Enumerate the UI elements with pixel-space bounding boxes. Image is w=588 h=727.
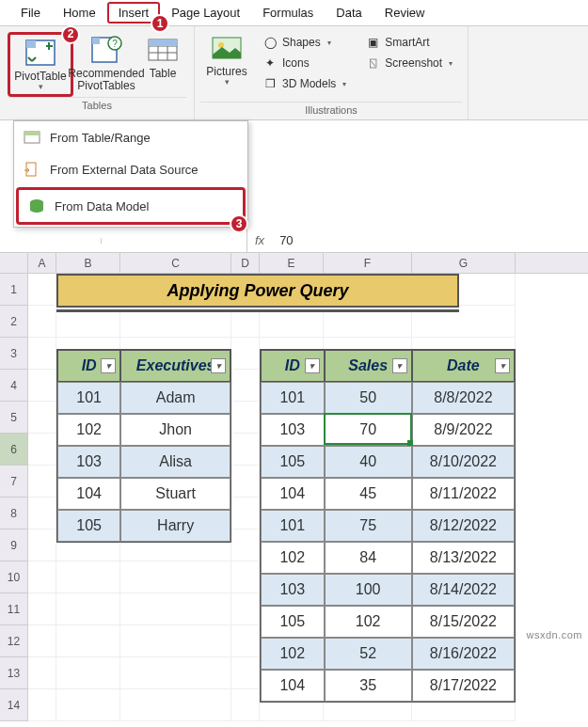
table-cell[interactable]: 105 <box>261 446 325 478</box>
icons-button[interactable]: ✦Icons <box>259 53 350 73</box>
cell-D8[interactable] <box>231 498 260 529</box>
row-14[interactable]: 14 <box>0 689 28 721</box>
row-9[interactable]: 9 <box>0 529 28 561</box>
cell-B11[interactable] <box>56 593 120 625</box>
col-A[interactable]: A <box>28 253 56 273</box>
fx-icon[interactable]: fx <box>247 233 272 247</box>
table-cell[interactable]: Alisa <box>120 446 230 478</box>
row-7[interactable]: 7 <box>0 466 28 498</box>
col-F[interactable]: F <box>324 253 412 273</box>
cell-A3[interactable] <box>28 338 56 370</box>
col-G[interactable]: G <box>412 253 516 273</box>
cell-A11[interactable] <box>28 593 56 625</box>
table-cell[interactable]: 50 <box>325 382 412 414</box>
cell-D6[interactable] <box>231 434 260 466</box>
table-cell[interactable]: 102 <box>57 414 120 446</box>
table-cell[interactable]: 105 <box>57 510 120 542</box>
table-header[interactable]: Date▾ <box>412 350 515 382</box>
table-cell[interactable]: 40 <box>325 446 412 478</box>
table-button[interactable]: Table <box>139 32 186 97</box>
cell-D5[interactable] <box>231 402 260 434</box>
table-cell[interactable]: 8/17/2022 <box>412 670 515 702</box>
cell-A2[interactable] <box>28 306 56 338</box>
row-6[interactable]: 6 <box>0 434 28 466</box>
table-cell[interactable]: 100 <box>325 574 412 606</box>
tab-data[interactable]: Data <box>325 2 373 24</box>
row-3[interactable]: 3 <box>0 338 28 370</box>
col-E[interactable]: E <box>260 253 324 273</box>
row-12[interactable]: 12 <box>0 625 28 657</box>
table-cell[interactable]: 84 <box>325 542 412 574</box>
cell-B13[interactable] <box>56 657 120 689</box>
tab-formulas[interactable]: Formulas <box>251 2 325 24</box>
row-4[interactable]: 4 <box>0 370 28 402</box>
cell-D11[interactable] <box>231 593 260 625</box>
table-header[interactable]: ID▾ <box>57 350 120 382</box>
cell-A14[interactable] <box>28 689 56 721</box>
cell-D9[interactable] <box>231 529 260 561</box>
tab-insert[interactable]: Insert 1 <box>107 2 161 24</box>
table-cell[interactable]: Harry <box>120 510 230 542</box>
cell-C12[interactable] <box>120 625 231 657</box>
row-8[interactable]: 8 <box>0 498 28 529</box>
table-cell[interactable]: 103 <box>261 574 325 606</box>
table-cell[interactable]: 102 <box>261 542 325 574</box>
worksheet-grid[interactable]: A B C D E F G 1234567891011121314 Applyi… <box>0 253 588 721</box>
table-cell[interactable]: 104 <box>57 478 120 510</box>
table-cell[interactable]: 45 <box>325 478 412 510</box>
cell-A8[interactable] <box>28 498 56 529</box>
cell-A9[interactable] <box>28 529 56 561</box>
table-cell[interactable]: 104 <box>261 478 325 510</box>
table-cell[interactable]: 101 <box>261 510 325 542</box>
table-cell[interactable]: 8/10/2022 <box>412 446 515 478</box>
row-1[interactable]: 1 <box>0 274 28 306</box>
row-11[interactable]: 11 <box>0 593 28 625</box>
table-cell[interactable]: 102 <box>325 606 412 638</box>
3d-models-button[interactable]: ❒3D Models▾ <box>259 73 350 94</box>
filter-icon[interactable]: ▾ <box>305 358 320 373</box>
row-10[interactable]: 10 <box>0 561 28 593</box>
table-cell[interactable]: 105 <box>261 606 325 638</box>
formula-value[interactable]: 70 <box>272 233 300 247</box>
name-box[interactable] <box>0 238 102 244</box>
cell-B10[interactable] <box>56 561 120 593</box>
table-cell[interactable]: 8/15/2022 <box>412 606 515 638</box>
tab-home[interactable]: Home <box>52 2 107 24</box>
table-cell[interactable]: Stuart <box>120 478 230 510</box>
table-cell[interactable]: 75 <box>325 510 412 542</box>
shapes-button[interactable]: ◯Shapes▾ <box>259 32 350 53</box>
table-cell[interactable]: 8/16/2022 <box>412 638 515 670</box>
table-cell[interactable]: 101 <box>57 382 120 414</box>
table-cell[interactable]: 104 <box>261 670 325 702</box>
recommended-pivottables-button[interactable]: ? Recommended PivotTables <box>73 32 139 97</box>
from-table-range[interactable]: From Table/Range <box>14 121 247 153</box>
row-5[interactable]: 5 <box>0 402 28 434</box>
cell-B14[interactable] <box>56 689 120 721</box>
tab-file[interactable]: File <box>9 2 52 24</box>
cell-A1[interactable] <box>28 274 56 306</box>
cell-A4[interactable] <box>28 370 56 402</box>
cell-C10[interactable] <box>120 561 231 593</box>
cell-A10[interactable] <box>28 561 56 593</box>
screenshot-button[interactable]: ⍂Screenshot▾ <box>361 53 456 73</box>
table-cell[interactable]: 35 <box>325 670 412 702</box>
pictures-button[interactable]: Pictures ▾ <box>200 30 253 89</box>
table-cell[interactable]: 103 <box>57 446 120 478</box>
table-cell[interactable]: 8/9/2022 <box>412 414 515 446</box>
cell-D12[interactable] <box>231 625 260 657</box>
table-cell[interactable]: 52 <box>325 638 412 670</box>
filter-icon[interactable]: ▾ <box>101 358 116 373</box>
cell-D13[interactable] <box>231 657 260 689</box>
smartart-button[interactable]: ▣SmartArt <box>361 32 456 53</box>
cell-A6[interactable] <box>28 434 56 466</box>
tab-review[interactable]: Review <box>373 2 437 24</box>
table-header[interactable]: Executives▾ <box>120 350 230 382</box>
filter-icon[interactable]: ▾ <box>392 358 407 373</box>
table-cell[interactable]: 101 <box>261 382 325 414</box>
cell-D3[interactable] <box>231 338 260 370</box>
table-cell[interactable]: 102 <box>261 638 325 670</box>
cell-D14[interactable] <box>231 689 260 721</box>
tab-page-layout[interactable]: Page Layout <box>160 2 251 24</box>
row-2[interactable]: 2 <box>0 306 28 338</box>
table-cell[interactable]: 8/11/2022 <box>412 478 515 510</box>
